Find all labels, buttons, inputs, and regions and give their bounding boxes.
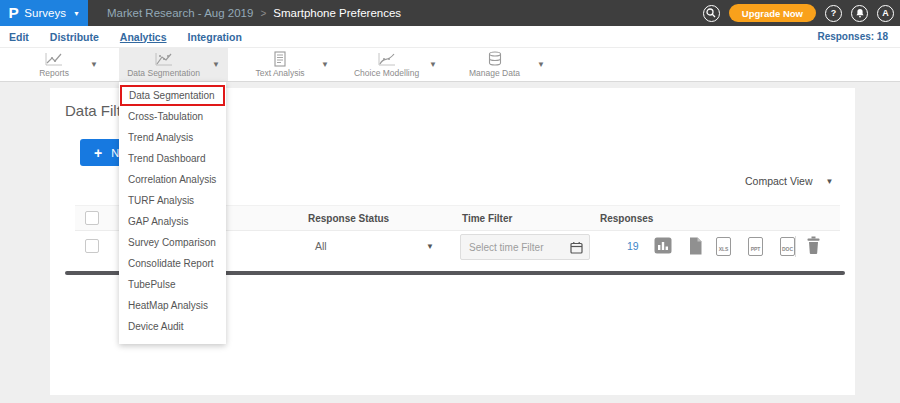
export-doc-icon[interactable]: DOC: [780, 237, 795, 256]
upgrade-now-button[interactable]: Upgrade Now: [729, 4, 816, 22]
column-header-responses: Responses: [600, 213, 653, 224]
toolbar-item-label: Reports: [39, 68, 69, 78]
toolbar-item-manage-data[interactable]: Manage Data ▼: [456, 48, 553, 81]
divider: [795, 236, 796, 257]
questionpro-logo-icon: P: [9, 5, 19, 21]
menu-item-heatmap-analysis[interactable]: HeatMap Analysis: [119, 295, 226, 316]
nav-item-edit[interactable]: Edit: [9, 31, 29, 43]
chevron-down-icon[interactable]: ▼: [212, 60, 220, 69]
toolbar-item-reports[interactable]: Reports ▼: [22, 48, 106, 81]
nav-item-distribute[interactable]: Distribute: [50, 31, 99, 43]
topbar-actions: Upgrade Now ? A: [703, 4, 900, 22]
nav-item-analytics[interactable]: Analytics: [120, 31, 167, 43]
menu-item-consolidate-report[interactable]: Consolidate Report: [119, 253, 226, 274]
row-checkbox[interactable]: [85, 239, 99, 253]
compact-view-dropdown[interactable]: Compact View ▼: [745, 175, 833, 187]
segmentation-chart-icon: [154, 52, 174, 67]
avatar[interactable]: A: [877, 5, 894, 22]
column-header-response-status: Response Status: [308, 213, 389, 224]
menu-item-device-audit[interactable]: Device Audit: [119, 316, 226, 337]
model-chart-icon: [377, 52, 397, 67]
time-filter-field: [460, 234, 590, 260]
search-icon[interactable]: [703, 5, 720, 22]
breadcrumb-current: Smartphone Preferences: [273, 7, 401, 19]
menu-item-cross-tabulation[interactable]: Cross-Tabulation: [119, 106, 226, 127]
breadcrumb: Market Research - Aug 2019 > Smartphone …: [107, 7, 401, 19]
plus-icon: +: [94, 146, 102, 160]
toolbar-item-label: Manage Data: [469, 68, 520, 78]
menu-item-tubepulse[interactable]: TubePulse: [119, 274, 226, 295]
surveys-menu[interactable]: P Surveys ▼: [0, 0, 88, 26]
notifications-bell-icon[interactable]: [851, 5, 868, 22]
chevron-down-icon: ▼: [73, 10, 80, 17]
menu-item-trend-analysis[interactable]: Trend Analysis: [119, 127, 226, 148]
breadcrumb-separator: >: [260, 8, 266, 19]
toolbar-item-label: Choice Modelling: [354, 68, 419, 78]
column-header-time-filter: Time Filter: [462, 213, 512, 224]
responses-value: 19: [627, 240, 639, 252]
select-all-checkbox[interactable]: [85, 211, 99, 225]
time-filter-input[interactable]: [461, 242, 570, 253]
menu-item-survey-comparison[interactable]: Survey Comparison: [119, 232, 226, 253]
toolbar-item-label: Text Analysis: [255, 68, 304, 78]
breadcrumb-parent[interactable]: Market Research - Aug 2019: [107, 7, 253, 19]
line-chart-icon: [44, 52, 64, 67]
survey-nav: Edit Distribute Analytics Integration Re…: [0, 26, 900, 48]
menu-item-data-segmentation[interactable]: Data Segmentation: [120, 85, 225, 106]
toolbar-item-data-segmentation[interactable]: Data Segmentation ▼: [119, 48, 228, 81]
nav-item-integration[interactable]: Integration: [188, 31, 242, 43]
toolbar-item-text-analysis[interactable]: Text Analysis ▼: [243, 48, 337, 81]
text-document-icon: [272, 51, 288, 67]
report-document-icon[interactable]: [688, 237, 703, 255]
analytics-toolbar: Reports ▼ Data Segmentation ▼ Text Analy…: [0, 48, 900, 82]
menu-item-turf-analysis[interactable]: TURF Analysis: [119, 190, 226, 211]
menu-item-trend-dashboard[interactable]: Trend Dashboard: [119, 148, 226, 169]
chevron-down-icon: ▼: [826, 177, 834, 186]
help-icon[interactable]: ?: [825, 5, 842, 22]
chevron-down-icon[interactable]: ▼: [537, 60, 545, 69]
product-name: Surveys: [24, 7, 66, 19]
responses-count: Responses: 18: [817, 31, 888, 42]
menu-item-gap-analysis[interactable]: GAP Analysis: [119, 211, 226, 232]
menu-item-correlation-analysis[interactable]: Correlation Analysis: [119, 169, 226, 190]
toolbar-item-choice-modelling[interactable]: Choice Modelling ▼: [348, 48, 445, 81]
response-status-value[interactable]: All: [315, 240, 327, 252]
view-chart-icon[interactable]: [654, 237, 672, 254]
top-bar: P Surveys ▼ Market Research - Aug 2019 >…: [0, 0, 900, 26]
delete-trash-icon[interactable]: [806, 236, 821, 254]
toolbar-item-label: Data Segmentation: [127, 68, 200, 78]
chevron-down-icon[interactable]: ▼: [321, 60, 329, 69]
chevron-down-icon[interactable]: ▼: [429, 60, 437, 69]
chevron-down-icon[interactable]: ▼: [426, 242, 434, 251]
calendar-icon[interactable]: [570, 241, 583, 254]
export-xls-icon[interactable]: XLS: [716, 237, 731, 256]
export-ppt-icon[interactable]: PPT: [748, 237, 763, 256]
database-icon: [487, 51, 503, 67]
chevron-down-icon[interactable]: ▼: [90, 60, 98, 69]
data-segmentation-menu: Data Segmentation Cross-Tabulation Trend…: [119, 82, 226, 344]
